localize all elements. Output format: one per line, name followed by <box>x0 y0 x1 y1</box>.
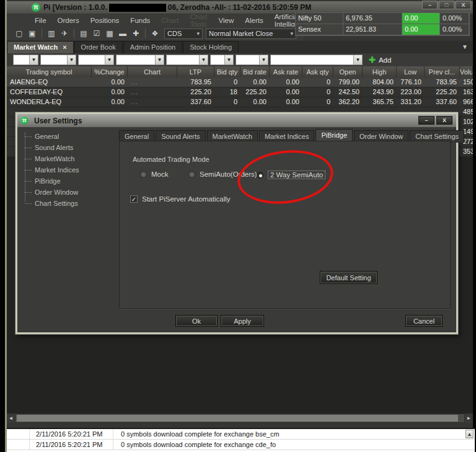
cell-change: 0.00 <box>92 78 128 87</box>
cell-chart[interactable]: ... <box>128 87 177 97</box>
filter-combo-5[interactable]: ▼ <box>166 55 208 65</box>
cell-ltp: 337.60 <box>177 97 214 107</box>
ok-button[interactable]: Ok <box>175 315 218 327</box>
tree-label: Sound Alerts <box>35 144 73 151</box>
start-piserver-checkbox[interactable]: ✓ Start PiServer Automatically <box>130 195 231 203</box>
menu-view[interactable]: View <box>213 17 240 24</box>
index-percent: 0.00% <box>440 13 469 24</box>
table-row[interactable]: WONDERLA-EQ0.00...337.6000.000.000362.20… <box>7 97 473 107</box>
chevron-down-icon[interactable]: ▼ <box>199 55 208 64</box>
settings-tree: General Sound Alerts MarketWatch Market … <box>25 131 79 209</box>
segment-select-value: CDS <box>167 30 182 37</box>
cell-chart[interactable]: ... <box>128 97 177 107</box>
horizontal-scrollbar[interactable]: ◄ ► <box>7 414 473 423</box>
filter-combo-1[interactable]: ▼ <box>13 55 38 65</box>
col-header[interactable]: Ask rate <box>270 66 302 78</box>
tree-item-order-window[interactable]: Order Window <box>25 187 79 198</box>
cell-askqty: 0 <box>302 78 333 87</box>
filter-combo-2[interactable]: ▼ <box>40 55 76 65</box>
col-header[interactable]: Trading symbol <box>7 66 92 78</box>
tab-stock-holding[interactable]: Stock Holding <box>183 41 239 53</box>
clipboard-check-icon[interactable]: ☑ <box>90 28 103 39</box>
scroll-right-icon[interactable]: ► <box>465 414 473 423</box>
chevron-down-icon[interactable]: ▼ <box>105 55 113 64</box>
chevron-down-icon[interactable]: ▼ <box>29 55 38 64</box>
market-status-select[interactable]: Normal Market Close ▾ <box>206 29 296 39</box>
briefcase-add-icon[interactable]: ✚ <box>130 28 142 39</box>
col-header[interactable]: %Change <box>92 66 128 78</box>
cell-bidqty: 0 <box>214 97 240 107</box>
tab-order-book[interactable]: Order Book <box>74 41 123 53</box>
cell-open: 242.50 <box>333 87 363 97</box>
tree-item-sound-alerts[interactable]: Sound Alerts <box>25 142 79 153</box>
filter-combo-6[interactable]: ▼ <box>210 55 234 65</box>
tree-item-chart-settings[interactable]: Chart Settings <box>25 198 79 209</box>
segment-select[interactable]: CDS ▾ <box>164 29 203 39</box>
scrollbar-thumb[interactable] <box>17 415 458 422</box>
tab-close-icon[interactable]: × <box>63 43 66 51</box>
tree-item-marketwatch[interactable]: MarketWatch <box>25 153 79 164</box>
col-header[interactable]: Volum <box>460 66 473 78</box>
col-header[interactable]: LTP <box>177 66 214 78</box>
col-header[interactable]: Bid rate <box>240 66 270 78</box>
apply-button[interactable]: Apply <box>221 315 264 327</box>
cancel-button[interactable]: Cancel <box>405 315 443 327</box>
dialog-title-bar[interactable]: π User Settings <box>17 114 456 127</box>
minimize-button[interactable]: – <box>422 1 438 9</box>
chevron-down-icon[interactable]: ▼ <box>224 55 233 64</box>
expand-icon[interactable]: ❖ <box>149 28 161 39</box>
chevron-down-icon[interactable]: ▼ <box>67 55 76 64</box>
tab-admin-position[interactable]: Admin Position <box>123 41 182 53</box>
chevron-down-icon[interactable]: ▼ <box>155 55 164 64</box>
cell-chart[interactable]: ... <box>128 78 177 87</box>
tree-item-pibridge[interactable]: PiBridge <box>25 175 79 187</box>
menu-file[interactable]: File <box>29 17 52 24</box>
close-button[interactable]: X <box>456 1 471 9</box>
col-header[interactable]: Ask qty <box>302 66 333 78</box>
cell-high: 804.00 <box>363 78 397 87</box>
chart-icon[interactable]: ▥ <box>45 28 58 39</box>
filter-combo-7[interactable]: ▼ <box>236 55 268 65</box>
log-message: 0 symbols download complete for exchange… <box>113 429 475 439</box>
add-label: Add <box>379 56 391 64</box>
maximize-button[interactable]: □ <box>439 1 454 9</box>
scroll-up-icon[interactable]: ▲ <box>465 430 474 438</box>
tree-item-general[interactable]: General <box>25 131 79 142</box>
col-header[interactable]: Low <box>397 66 425 78</box>
tree-twig <box>25 136 32 137</box>
menu-positions[interactable]: Positions <box>85 17 125 24</box>
save-icon[interactable]: ▣ <box>26 28 38 39</box>
table-row[interactable]: COFFEEDAY-EQ0.00...225.2018225.200.00024… <box>7 87 473 97</box>
tab-overflow-icon[interactable]: ▼ <box>462 43 468 50</box>
chevron-down-icon[interactable]: ▼ <box>353 55 362 64</box>
new-window-icon[interactable]: ▢ <box>13 28 25 39</box>
col-header[interactable]: Prev cl... <box>425 66 460 78</box>
send-icon[interactable]: ✈ <box>58 28 71 39</box>
default-setting-button[interactable]: Default Setting <box>320 271 377 284</box>
col-header[interactable]: Bid qty <box>214 66 240 78</box>
menu-alerts[interactable]: Alerts <box>239 17 268 24</box>
dialog-close-button[interactable]: X <box>436 116 452 125</box>
filter-combo-4[interactable]: ▼ <box>116 55 164 65</box>
tab-market-watch[interactable]: Market Watch × <box>7 41 74 53</box>
scrollbar-track[interactable] <box>15 414 464 422</box>
radio-mock[interactable]: Mock <box>140 171 168 178</box>
col-header[interactable]: High <box>363 66 397 78</box>
chevron-down-icon[interactable]: ▼ <box>259 55 268 64</box>
col-header[interactable]: Open <box>333 66 363 78</box>
folder-icon[interactable]: ▬ <box>117 28 129 39</box>
tree-item-market-indices[interactable]: Market Indices <box>25 164 79 175</box>
table-row[interactable]: AIAENG-EQ0.00...783.9500.000.000799.0080… <box>7 78 473 87</box>
filter-combo-3[interactable]: ▼ <box>78 55 114 65</box>
tree-label: Order Window <box>35 188 78 196</box>
dialog-minimize-button[interactable]: – <box>418 116 434 125</box>
tree-label: Market Indices <box>35 166 79 174</box>
col-header[interactable]: Chart <box>128 66 177 78</box>
briefcase-icon[interactable]: ▦ <box>104 28 116 39</box>
filter-combo-8[interactable]: ▼ <box>270 55 363 65</box>
orderbook-icon[interactable]: ▤ <box>77 28 90 39</box>
scroll-left-icon[interactable]: ◄ <box>7 414 15 423</box>
menu-orders[interactable]: Orders <box>52 17 85 24</box>
menu-funds[interactable]: Funds <box>125 17 156 24</box>
add-scrip-button[interactable]: ✚ Add <box>369 55 391 64</box>
